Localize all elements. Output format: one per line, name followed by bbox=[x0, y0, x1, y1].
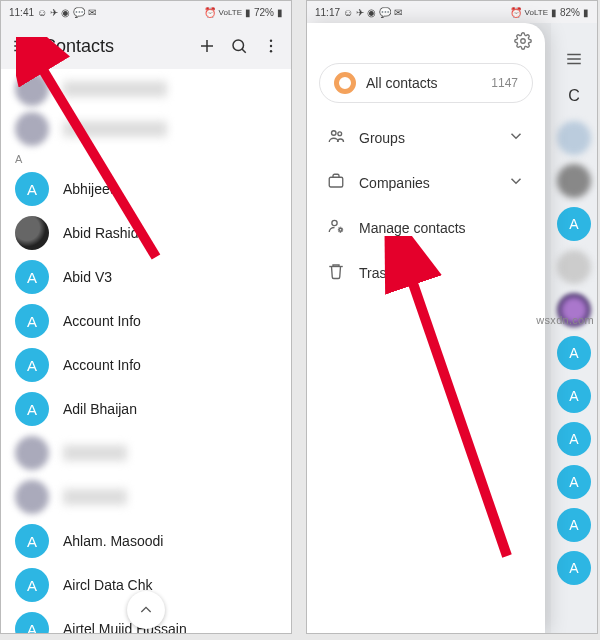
avatar bbox=[15, 436, 49, 470]
messenger-icon: ◉ bbox=[61, 7, 70, 18]
svg-point-16 bbox=[338, 132, 342, 136]
alarm-icon: ⏰ bbox=[510, 7, 522, 18]
avatar: A bbox=[15, 172, 49, 206]
avatar bbox=[557, 164, 591, 198]
contact-name: Ahlam. Masoodi bbox=[63, 533, 163, 549]
alarm-icon: ⏰ bbox=[204, 7, 216, 18]
contact-name: Account Info bbox=[63, 313, 141, 329]
more-options-icon[interactable] bbox=[261, 36, 281, 56]
avatar: A bbox=[15, 612, 49, 634]
contact-name bbox=[63, 489, 127, 505]
drawer-item-label: Groups bbox=[359, 130, 405, 146]
signal-icon: ▮ bbox=[551, 7, 557, 18]
avatar: A bbox=[557, 379, 591, 413]
avatar: A bbox=[15, 568, 49, 602]
phone-left: 11:41 ☺ ✈ ◉ 💬 ✉ ⏰ VoLTE ▮ 72% ▮ Contacts bbox=[0, 0, 292, 634]
avatar: A bbox=[557, 422, 591, 456]
hamburger-menu-icon[interactable] bbox=[11, 36, 31, 56]
list-item[interactable] bbox=[1, 69, 291, 109]
avatar: A bbox=[15, 524, 49, 558]
contact-name bbox=[63, 81, 167, 97]
list-item[interactable]: AAccount Info bbox=[1, 343, 291, 387]
avatar: A bbox=[15, 304, 49, 338]
all-contacts-icon bbox=[334, 72, 356, 94]
avatar bbox=[557, 121, 591, 155]
all-contacts-label: All contacts bbox=[366, 75, 481, 91]
chevron-down-icon bbox=[507, 127, 525, 148]
navigation-drawer: All contacts 1147 GroupsCompaniesManage … bbox=[307, 23, 545, 633]
telegram-icon: ✈ bbox=[356, 7, 364, 18]
chevron-down-icon bbox=[507, 172, 525, 193]
contact-name: Abid V3 bbox=[63, 269, 112, 285]
battery-icon: ▮ bbox=[277, 7, 283, 18]
status-time: 11:41 bbox=[9, 7, 34, 18]
chat-icon: 💬 bbox=[379, 7, 391, 18]
scroll-to-top-button[interactable] bbox=[127, 591, 165, 629]
person-gear-icon bbox=[327, 217, 345, 238]
drawer-item-label: Companies bbox=[359, 175, 430, 191]
groups-icon bbox=[327, 127, 345, 148]
list-item[interactable]: AAhlam. Masoodi bbox=[1, 519, 291, 563]
list-item[interactable]: AAbhijeet bbox=[1, 167, 291, 211]
chat-icon: 💬 bbox=[73, 7, 85, 18]
drawer-item-label: Trash bbox=[359, 265, 394, 281]
list-item[interactable]: AAdil Bhaijan bbox=[1, 387, 291, 431]
drawer-item-manage-contacts[interactable]: Manage contacts bbox=[307, 205, 545, 250]
list-item[interactable]: AAbid V3 bbox=[1, 255, 291, 299]
avatar: A bbox=[15, 392, 49, 426]
avatar bbox=[15, 480, 49, 514]
contact-name: Account Info bbox=[63, 357, 141, 373]
avatar bbox=[15, 216, 49, 250]
battery-text: 82% bbox=[560, 7, 580, 18]
svg-point-8 bbox=[270, 45, 272, 47]
list-item[interactable] bbox=[1, 109, 291, 149]
contacts-header: Contacts bbox=[1, 23, 291, 69]
drawer-item-trash[interactable]: Trash bbox=[307, 250, 545, 295]
avatar: A bbox=[557, 207, 591, 241]
status-bar: 11:41 ☺ ✈ ◉ 💬 ✉ ⏰ VoLTE ▮ 72% ▮ bbox=[1, 1, 291, 23]
list-item[interactable] bbox=[1, 431, 291, 475]
status-bar: 11:17 ☺ ✈ ◉ 💬 ✉ ⏰ VoLTE ▮ 82% ▮ bbox=[307, 1, 597, 23]
battery-text: 72% bbox=[254, 7, 274, 18]
mail-icon: ✉ bbox=[394, 7, 402, 18]
avatar: A bbox=[557, 465, 591, 499]
all-contacts-button[interactable]: All contacts 1147 bbox=[319, 63, 533, 103]
list-item[interactable]: AAccount Info bbox=[1, 299, 291, 343]
settings-gear-icon[interactable] bbox=[513, 31, 533, 51]
messenger-icon: ◉ bbox=[367, 7, 376, 18]
avatar: A bbox=[15, 348, 49, 382]
svg-rect-17 bbox=[329, 177, 343, 187]
avatar: A bbox=[557, 551, 591, 585]
drawer-item-groups[interactable]: Groups bbox=[307, 115, 545, 160]
drawer-item-companies[interactable]: Companies bbox=[307, 160, 545, 205]
briefcase-icon bbox=[327, 172, 345, 193]
contact-name bbox=[63, 445, 127, 461]
avatar: A bbox=[557, 336, 591, 370]
trash-icon bbox=[327, 262, 345, 283]
search-icon[interactable] bbox=[229, 36, 249, 56]
battery-icon: ▮ bbox=[583, 7, 589, 18]
svg-point-19 bbox=[339, 228, 342, 231]
list-item[interactable] bbox=[1, 475, 291, 519]
list-item[interactable]: Abid Rashid bbox=[1, 211, 291, 255]
contacts-list[interactable]: A AAbhijeetAbid RashidAAbid V3AAccount I… bbox=[1, 69, 291, 634]
add-contact-icon[interactable] bbox=[197, 36, 217, 56]
avatar bbox=[15, 72, 49, 106]
contact-name: Abhijeet bbox=[63, 181, 114, 197]
avatar: A bbox=[15, 260, 49, 294]
volte-icon: VoLTE bbox=[219, 8, 242, 17]
background-contacts-strip: C AAAAAAA bbox=[551, 23, 597, 633]
svg-point-15 bbox=[332, 131, 337, 136]
contact-name: Aircl Data Chk bbox=[63, 577, 152, 593]
signal-icon: ▮ bbox=[245, 7, 251, 18]
drawer-item-label: Manage contacts bbox=[359, 220, 466, 236]
page-title-fragment: C bbox=[568, 87, 580, 105]
svg-line-6 bbox=[242, 49, 246, 53]
svg-point-7 bbox=[270, 40, 272, 42]
whatsapp-icon: ☺ bbox=[343, 7, 353, 18]
avatar bbox=[557, 250, 591, 284]
avatar: A bbox=[557, 508, 591, 542]
page-title: Contacts bbox=[43, 36, 185, 57]
watermark: wsxdn.com bbox=[536, 314, 594, 326]
mail-icon: ✉ bbox=[88, 7, 96, 18]
